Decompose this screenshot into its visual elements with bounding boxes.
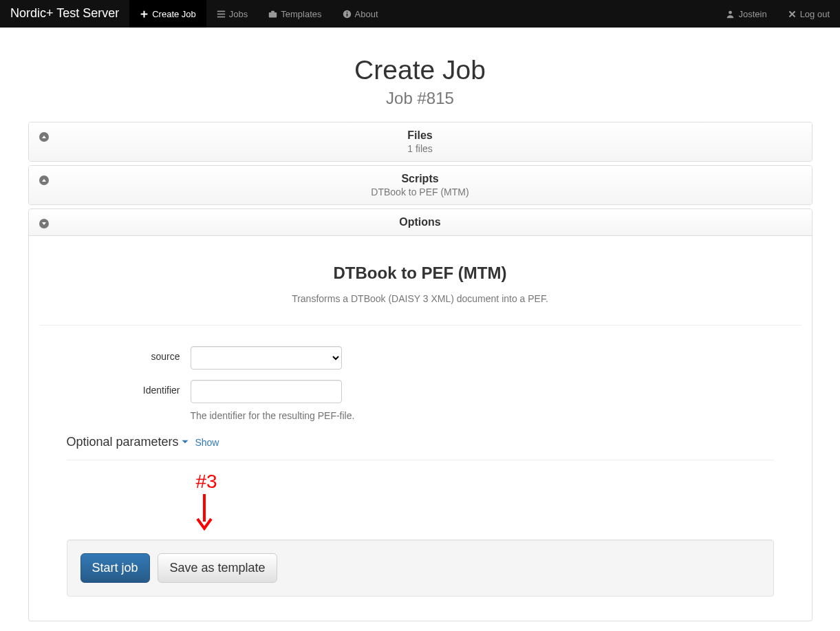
user-icon (726, 10, 735, 19)
user-label: Jostein (738, 9, 766, 19)
nav-create-job[interactable]: Create Job (129, 0, 206, 28)
nav-label: Templates (281, 9, 321, 19)
annotation: #3 (39, 471, 801, 533)
plus-icon (140, 10, 149, 19)
svg-point-7 (346, 11, 347, 12)
info-icon (343, 10, 352, 19)
identifier-help: The identifier for the resulting PEF-fil… (191, 410, 355, 421)
nav-templates[interactable]: Templates (258, 0, 332, 28)
nav-logout[interactable]: Log out (777, 0, 840, 28)
show-link[interactable]: Show (195, 437, 219, 448)
panel-options: Options DTBook to PEF (MTM) Transforms a… (28, 208, 812, 621)
list-icon (217, 10, 226, 19)
button-well: Start job Save as template (67, 539, 774, 597)
form-row-source: source (39, 346, 801, 370)
page-subtitle: Job #815 (28, 89, 812, 108)
panel-files-subtitle: 1 files (39, 143, 801, 154)
panel-files: Files 1 files (28, 122, 812, 162)
svg-rect-2 (217, 16, 225, 17)
panel-scripts-subtitle: DTBook to PEF (MTM) (39, 186, 801, 197)
form-row-identifier: Identifier The identifier for the result… (39, 380, 801, 421)
svg-rect-0 (217, 10, 225, 12)
panel-files-heading[interactable]: Files 1 files (29, 122, 812, 161)
nav-jobs[interactable]: Jobs (206, 0, 258, 28)
identifier-input[interactable] (191, 380, 342, 403)
panel-options-heading[interactable]: Options (29, 209, 812, 236)
optional-label: Optional parameters (67, 435, 179, 449)
script-description: Transforms a DTBook (DAISY 3 XML) docume… (39, 293, 801, 325)
source-select[interactable] (191, 346, 342, 370)
script-title: DTBook to PEF (MTM) (39, 264, 801, 283)
panel-files-title: Files (39, 129, 801, 142)
svg-rect-3 (269, 12, 277, 17)
svg-rect-1 (217, 13, 225, 14)
svg-rect-4 (271, 10, 274, 12)
nav-right: Jostein Log out (715, 0, 840, 28)
nav-about[interactable]: About (332, 0, 389, 28)
save-template-button[interactable]: Save as template (158, 553, 277, 583)
briefcase-icon (268, 10, 277, 19)
close-icon (788, 10, 797, 19)
svg-point-8 (729, 10, 732, 14)
page-title: Create Job (28, 55, 812, 85)
panel-scripts-title: Scripts (39, 173, 801, 185)
arrow-down-icon (191, 493, 218, 533)
identifier-label: Identifier (67, 380, 191, 396)
page-header: Create Job Job #815 (28, 55, 812, 108)
nav-label: About (355, 9, 378, 19)
collapse-icon (39, 219, 49, 228)
nav-left: Create Job Jobs Templates About (129, 0, 715, 28)
svg-rect-6 (346, 13, 347, 16)
optional-parameters-row: Optional parameters Show (67, 435, 774, 460)
source-label: source (67, 346, 191, 362)
expand-icon (39, 175, 49, 185)
annotation-label: #3 (196, 471, 801, 493)
panel-options-body: DTBook to PEF (MTM) Transforms a DTBook … (29, 236, 812, 621)
brand-link[interactable]: Nordic+ Test Server (0, 0, 129, 28)
navbar: Nordic+ Test Server Create Job Jobs Temp… (0, 0, 840, 28)
start-job-button[interactable]: Start job (80, 553, 150, 583)
chevron-down-icon (181, 437, 189, 448)
panel-options-title: Options (39, 216, 801, 228)
nav-label: Create Job (152, 9, 196, 19)
logout-label: Log out (800, 9, 830, 19)
panel-scripts-heading[interactable]: Scripts DTBook to PEF (MTM) (29, 166, 812, 204)
expand-icon (39, 132, 49, 142)
nav-label: Jobs (229, 9, 248, 19)
panel-scripts: Scripts DTBook to PEF (MTM) (28, 165, 812, 205)
nav-user[interactable]: Jostein (715, 0, 777, 28)
